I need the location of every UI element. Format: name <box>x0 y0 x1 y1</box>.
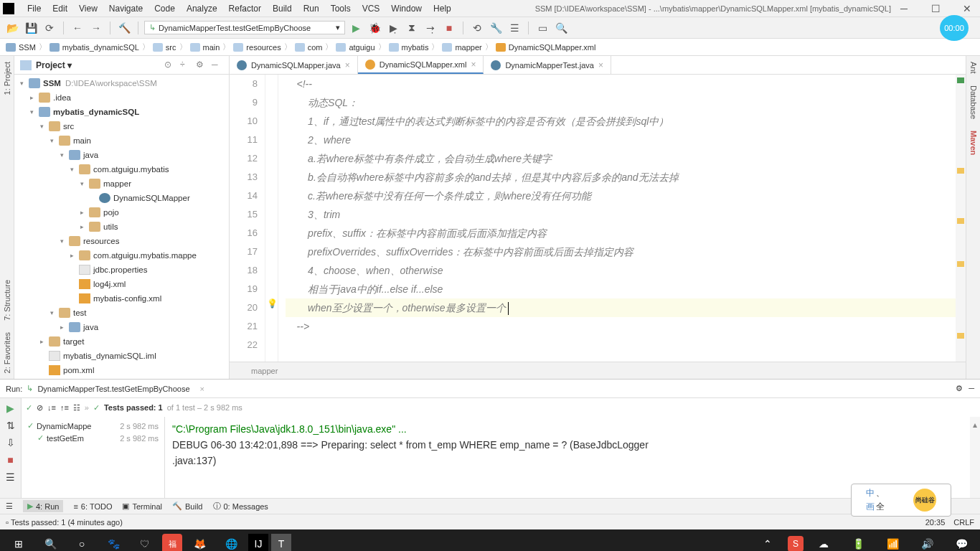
tree-node[interactable]: ▾main <box>14 133 229 148</box>
tree-node[interactable]: ▸target <box>14 334 229 349</box>
menu-vcs[interactable]: VCS <box>358 2 385 15</box>
crumb-ssm[interactable]: SSM <box>6 43 36 52</box>
menu-navigate[interactable]: Navigate <box>105 2 147 15</box>
tool-database[interactable]: Database <box>968 80 979 125</box>
tab-messages[interactable]: ⓘ0: Messages <box>213 501 268 512</box>
tree-node[interactable]: ▸.idea <box>14 90 229 105</box>
test-row[interactable]: ✓testGetEm2 s 982 ms <box>24 432 161 444</box>
bulb-icon[interactable]: 💡 <box>267 298 278 309</box>
test-row[interactable]: ✓DynamicMappe2 s 982 ms <box>24 420 161 432</box>
tab-todo[interactable]: ≡6: TODO <box>73 502 112 511</box>
crumb-atguigu[interactable]: atguigu <box>336 43 374 52</box>
sort1-icon[interactable]: ↓≡ <box>47 403 56 412</box>
tab-run[interactable]: ▶4: Run <box>23 500 63 512</box>
search-icon[interactable]: 🔍 <box>553 20 569 36</box>
tool-maven[interactable]: Maven <box>968 125 979 161</box>
ime-widget[interactable]: 中、 画全 尚硅谷 <box>851 484 951 517</box>
volume-icon[interactable]: 🔊 <box>913 532 941 551</box>
menu-view[interactable]: View <box>75 2 102 15</box>
ime-icon[interactable]: S <box>788 536 804 551</box>
crumb-module[interactable]: mybatis_dynamicSQL <box>50 43 139 52</box>
tree-node[interactable]: mybatis-config.xml <box>14 291 229 306</box>
filter-icon[interactable]: ⇩ <box>6 437 15 448</box>
project-tree[interactable]: ▾SSMD:\IDEA\workspace\SSM▸.idea▾mybatis_… <box>14 75 229 379</box>
tree-node[interactable]: ▾com.atguigu.mybatis <box>14 162 229 176</box>
minimize-button[interactable]: ─ <box>894 1 914 16</box>
editor-breadcrumb[interactable]: mapper <box>230 362 966 379</box>
battery-icon[interactable]: 🔋 <box>844 532 872 551</box>
lock-icon[interactable]: ▫ <box>6 518 9 527</box>
hide-icon[interactable]: ─ <box>212 60 223 71</box>
tree-node[interactable]: mybatis_dynamicSQL.iml <box>14 349 229 363</box>
menu-code[interactable]: Code <box>150 2 179 15</box>
cortana-icon[interactable]: ○ <box>67 532 96 551</box>
tree-node[interactable]: log4j.xml <box>14 277 229 291</box>
tray-icon[interactable]: ⌃ <box>753 532 782 551</box>
gear-icon[interactable]: ⚙ <box>196 60 207 71</box>
attach-icon[interactable]: →̣ <box>423 20 438 36</box>
tree-node[interactable]: ▾mapper <box>14 176 229 191</box>
run-config-selector[interactable]: ↳ DynamicMapperTest.testGetEmpByChoose ▾ <box>144 21 345 34</box>
sort2-icon[interactable]: ↑≡ <box>60 403 69 412</box>
tree-node[interactable]: ▾test <box>14 306 229 320</box>
run-icon[interactable]: ▶ <box>348 20 364 36</box>
tree-node[interactable]: ▾src <box>14 119 229 133</box>
menu-tools[interactable]: Tools <box>326 2 355 15</box>
tree-node[interactable]: ▾resources <box>14 234 229 248</box>
close-icon[interactable]: × <box>471 60 476 70</box>
app-icon[interactable]: T <box>271 534 291 551</box>
forward-icon[interactable]: → <box>88 20 104 36</box>
menu-refactor[interactable]: Refactor <box>225 2 265 15</box>
crumb-mybatis[interactable]: mybatis <box>389 43 429 52</box>
crumb-com[interactable]: com <box>295 43 323 52</box>
caret-position[interactable]: 20:35 <box>925 518 946 527</box>
save-icon[interactable]: 💾 <box>23 20 39 36</box>
refresh-icon[interactable]: ⟳ <box>42 20 57 36</box>
line-separator[interactable]: CRLF <box>953 518 974 527</box>
crumb-file[interactable]: DynamicSQLMapper.xml <box>496 43 596 52</box>
search-icon[interactable]: 🔍 <box>36 532 65 551</box>
crumb-main[interactable]: main <box>190 43 220 52</box>
tool-project[interactable]: 1: Project <box>1 56 13 100</box>
console-output[interactable]: "C:\Program Files\Java\jdk1.8.0_151\bin\… <box>165 417 970 498</box>
coverage-icon[interactable]: ▶̣ <box>385 20 401 36</box>
menu-analyze[interactable]: Analyze <box>182 2 222 15</box>
profile-icon[interactable]: ⧗ <box>404 20 420 36</box>
tool-structure[interactable]: 7: Structure <box>1 274 13 326</box>
crumb-src[interactable]: src <box>153 43 176 52</box>
tree-node[interactable]: ▸java <box>14 320 229 334</box>
start-icon[interactable]: ⊞ <box>4 532 33 551</box>
tab-build[interactable]: 🔨Build <box>172 501 202 511</box>
onedrive-icon[interactable]: ☁ <box>809 532 838 551</box>
crumb-resources[interactable]: resources <box>233 43 281 52</box>
tree-node[interactable]: ▾SSMD:\IDEA\workspace\SSM <box>14 76 229 90</box>
close-icon[interactable]: × <box>345 60 350 70</box>
menu-build[interactable]: Build <box>268 2 296 15</box>
structure-icon[interactable]: ☰ <box>507 20 522 36</box>
notifications-icon[interactable]: 💬 <box>947 532 976 551</box>
expand-icon[interactable]: ⊘ <box>37 403 43 413</box>
tool-ant[interactable]: Ant <box>968 56 979 80</box>
code-editor[interactable]: <!-- 动态SQL： 1、if，通过test属性中的表达式判断标签中的内容是否… <box>278 75 956 362</box>
app-icon[interactable]: 🐾 <box>99 532 128 551</box>
tree-node[interactable]: ▸mybatis helloworld <box>14 377 229 379</box>
rerun-icon[interactable]: ▶ <box>6 402 14 414</box>
panel-title[interactable]: Project ▾ <box>36 60 164 70</box>
tree-node[interactable]: jdbc.properties <box>14 263 229 277</box>
line-gutter[interactable]: 8910111213141516171819202122 <box>230 75 265 362</box>
tool-favorites[interactable]: 2: Favorites <box>1 326 13 379</box>
tree-icon[interactable]: ☷ <box>73 403 80 413</box>
layout-icon[interactable]: ▭ <box>534 20 550 36</box>
menu-window[interactable]: Window <box>387 2 426 15</box>
menu-help[interactable]: Help <box>429 2 456 15</box>
layout-icon[interactable]: ☰ <box>6 471 15 483</box>
close-icon[interactable]: × <box>598 60 603 70</box>
run-config-tab[interactable]: ↳DynamicMapperTest.testGetEmpByChoose× <box>27 384 204 393</box>
wifi-icon[interactable]: 📶 <box>878 532 907 551</box>
chrome-icon[interactable]: 🌐 <box>217 532 245 551</box>
test-tree[interactable]: ✓DynamicMappe2 s 982 ms ✓testGetEm2 s 98… <box>22 417 165 498</box>
tree-node[interactable]: ▸pojo <box>14 205 229 220</box>
app-icon[interactable]: 🛡 <box>131 532 159 551</box>
build-icon[interactable]: 🔨 <box>116 20 132 36</box>
tree-node[interactable]: DynamicSQLMapper <box>14 191 229 205</box>
